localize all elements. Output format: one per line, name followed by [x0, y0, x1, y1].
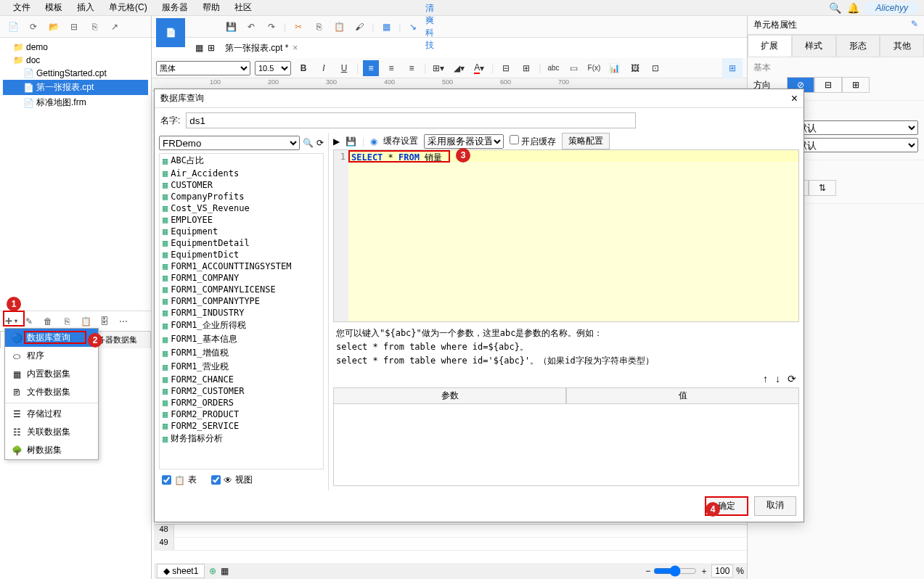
paste-icon[interactable]: 📋 [331, 19, 347, 35]
delete-icon[interactable]: 🗑 [41, 314, 55, 329]
ds-refresh-icon[interactable]: ⟳ [316, 138, 324, 148]
open-folder-icon[interactable]: 📂 [45, 18, 62, 36]
underline-icon[interactable]: U [336, 60, 352, 76]
datasource-select[interactable]: FRDemo [159, 136, 300, 150]
table-row[interactable]: ▦CompanyProfits [160, 191, 323, 202]
new-file-icon[interactable]: 📄 [4, 18, 22, 36]
tree-item[interactable]: 📄第一张报表.cpt [3, 80, 148, 95]
company-link[interactable]: 清爽科技 [425, 19, 441, 35]
table-row[interactable]: ▦FORM2_SERVICE [160, 420, 323, 432]
ds-menu-item[interactable]: 🌳树数据集 [5, 441, 98, 459]
unmerge-icon[interactable]: ⊞ [518, 60, 534, 76]
table-row[interactable]: ▦FORM1_COMPANYTYPE [160, 295, 323, 307]
view1-icon[interactable]: ▦ [195, 43, 203, 53]
bold-icon[interactable]: B [295, 60, 311, 76]
zoom-in-icon[interactable]: ＋ [700, 565, 708, 578]
format-paint-icon[interactable]: 🖌 [351, 19, 367, 35]
table-row[interactable]: ▦FORM2_PRODUCT [160, 408, 323, 420]
menu-insert[interactable]: 插入 [70, 0, 102, 15]
table-row[interactable]: ▦EquipmentDict [160, 249, 323, 260]
sheet-tab[interactable]: ◆ sheet1 [157, 564, 205, 578]
tree-item[interactable]: 📄GettingStarted.cpt [3, 67, 148, 80]
param-table[interactable] [333, 404, 799, 486]
pin-icon[interactable]: ✎ [911, 19, 918, 31]
zoom-slider[interactable] [653, 565, 697, 577]
expand-v-icon[interactable]: ⇅ [809, 180, 836, 196]
tab-form[interactable]: 形态 [836, 35, 880, 57]
menu-community[interactable]: 社区 [227, 0, 259, 15]
redo-icon[interactable]: ↷ [263, 19, 279, 35]
ds-search-icon[interactable]: 🔍 [303, 138, 314, 148]
link-icon[interactable]: ↘ [405, 19, 421, 35]
ds-menu-item[interactable]: ☰存储过程 [5, 405, 98, 423]
table-list[interactable]: ▦ABC占比▦Air_Accidents▦CUSTOMER▦CompanyPro… [159, 153, 324, 469]
table-row[interactable]: ▦Cost_VS_Revenue [160, 202, 323, 214]
left-parent-select[interactable]: 默认 [794, 120, 918, 135]
textbox-icon[interactable]: abc [546, 60, 562, 76]
cancel-button[interactable]: 取消 [754, 496, 796, 516]
ds-menu-item[interactable]: ⬭程序 [5, 347, 98, 365]
table-row[interactable]: ▦EMPLOYEE [160, 214, 323, 226]
view2-icon[interactable]: ⊞ [208, 43, 215, 53]
ds-menu-item[interactable]: ☷关联数据集 [5, 423, 98, 441]
menu-cell[interactable]: 单元格(C) [102, 0, 155, 15]
chk-view[interactable]: 👁 视图 [211, 474, 253, 486]
grid-row[interactable]: 48 [154, 525, 747, 538]
tab-style[interactable]: 样式 [792, 35, 836, 57]
copy-icon[interactable]: ⎘ [86, 18, 103, 36]
table-row[interactable]: ▦财务指标分析 [160, 432, 323, 445]
search-icon[interactable]: 🔍 [829, 2, 841, 14]
italic-icon[interactable]: I [316, 60, 332, 76]
paste-ds-icon[interactable]: 📋 [78, 314, 93, 329]
widget-icon[interactable]: ▦ [378, 19, 394, 35]
font-family-select[interactable]: 黑体 [156, 61, 250, 75]
align-left-icon[interactable]: ≡ [363, 60, 379, 76]
dataset-name-input[interactable] [186, 112, 636, 128]
menu-template[interactable]: 模板 [38, 0, 70, 15]
add-sheet-icon[interactable]: ⊕ [209, 566, 216, 576]
merge-icon[interactable]: ⊟ [498, 60, 514, 76]
table-row[interactable]: ▦ABC占比 [160, 154, 323, 168]
formula-icon[interactable]: F(x) [586, 60, 602, 76]
tab-other[interactable]: 其他 [880, 35, 924, 57]
sql-run-icon[interactable]: ▶ [333, 136, 340, 147]
table-row[interactable]: ▦FORM1_营业税 [160, 360, 323, 374]
menu-server[interactable]: 服务器 [155, 0, 195, 15]
param-down-icon[interactable]: ↓ [775, 373, 780, 385]
copy2-icon[interactable]: ⎘ [311, 19, 327, 35]
table-row[interactable]: ▦CUSTOMER [160, 179, 323, 191]
tree-item[interactable]: 📁doc [3, 54, 148, 67]
zoom-out-icon[interactable]: − [645, 566, 650, 576]
ds-menu-item[interactable]: 🖹文件数据集 [5, 383, 98, 401]
fill-color-icon[interactable]: ◢▾ [451, 60, 467, 76]
bell-icon[interactable]: 🔔 [847, 2, 859, 14]
dir-right-icon[interactable]: ⊞ [842, 77, 870, 93]
grid-toggle-icon[interactable]: ⊞ [722, 58, 743, 78]
table-row[interactable]: ▦FORM1_ACCOUNTTINGSYSTEM [160, 260, 323, 272]
db-icon[interactable]: 🗄 [97, 314, 112, 329]
edit-icon[interactable]: ✎ [22, 314, 36, 329]
ds-menu-item[interactable]: 🔵数据库查询 [5, 329, 98, 347]
sheet-menu-icon[interactable]: ▦ [221, 566, 229, 576]
param-up-icon[interactable]: ↑ [763, 373, 768, 385]
ds-menu-item[interactable]: ▦内置数据集 [5, 365, 98, 383]
table-row[interactable]: ▦FORM1_基本信息 [160, 332, 323, 346]
tree-item[interactable]: 📄标准地图.frm [3, 95, 148, 110]
menu-file[interactable]: 文件 [6, 0, 38, 15]
table-row[interactable]: ▦FORM1_COMPANYLICENSE [160, 284, 323, 295]
table-row[interactable]: ▦FORM2_CHANCE [160, 374, 323, 385]
table-row[interactable]: ▦Equipment [160, 226, 323, 237]
table-row[interactable]: ▦EquipmentDetail [160, 237, 323, 249]
border-icon[interactable]: ⊞▾ [430, 60, 446, 76]
menu-help[interactable]: 帮助 [195, 0, 227, 15]
strategy-button[interactable]: 策略配置 [562, 133, 610, 149]
table-row[interactable]: ▦FORM1_INDUSTRY [160, 307, 323, 319]
cache-select[interactable]: 采用服务器设置 [424, 134, 504, 149]
param-refresh-icon[interactable]: ⟳ [788, 373, 796, 385]
cut-icon[interactable]: ✂ [290, 19, 306, 35]
table-row[interactable]: ▦FORM2_ORDERS [160, 397, 323, 408]
cache-enable-check[interactable]: 开启缓存 [510, 135, 556, 148]
sql-save-icon[interactable]: 💾 [346, 136, 356, 147]
image-icon[interactable]: 🖼 [627, 60, 643, 76]
dialog-close-icon[interactable]: × [791, 92, 798, 105]
